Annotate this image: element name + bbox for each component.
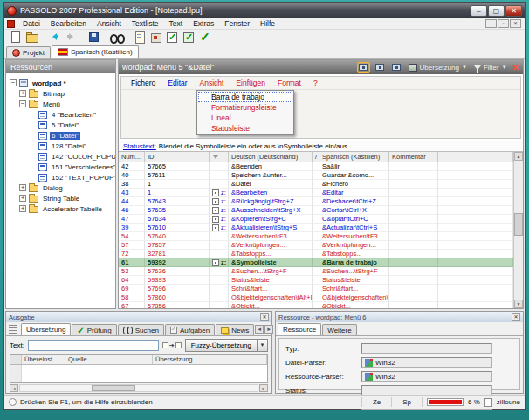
id-cell[interactable]: 1 [145,180,210,189]
scroll-right-icon[interactable]: ► [259,384,268,392]
target-cell[interactable]: Status&leiste [319,276,389,285]
comment-cell[interactable] [389,215,438,224]
row-number-cell[interactable]: 46 [119,206,145,215]
output-tab-ubersetzung[interactable]: Übersetzung [21,323,71,335]
target-cell[interactable]: &Objekt... [319,302,389,308]
target-cell[interactable]: &Editar [319,189,389,197]
id-cell[interactable]: 57665 [145,162,210,171]
menubar-item-datei[interactable]: Datei [17,19,45,28]
mdi-minimize-icon[interactable]: – [485,19,497,28]
id-cell[interactable]: 57857 [145,241,210,250]
state-cell[interactable] [210,293,229,302]
slash-cell[interactable] [313,258,319,267]
column-header-id[interactable]: ID [145,152,210,162]
translation-row[interactable]: 4757634z:&Kopieren\tStrg+CC&opiar\tCtrl+… [119,215,513,224]
fuzzy-column-quelle[interactable]: Quelle [65,355,153,364]
target-cell[interactable]: O&bjekteigenschaften\tAlt+Ein [319,293,389,302]
source-window-icon[interactable] [374,62,387,73]
transfer-icon[interactable]: ➔ [162,342,182,348]
translation-row[interactable]: 3957610z:&Aktualisieren\tStrg+S&Actualiz… [119,224,513,232]
comment-cell[interactable] [389,258,438,267]
tree-item-142-color-popup[interactable]: 142 "COLOR_POPUP" [7,151,114,162]
slash-cell[interactable] [313,162,319,171]
comment-cell[interactable] [389,285,438,293]
export-button[interactable] [148,31,163,45]
comment-cell[interactable] [389,293,438,302]
resource-field-value[interactable]: Win32 [361,357,492,368]
state-cell[interactable]: z: [210,206,229,215]
slash-cell[interactable] [313,206,319,215]
tree-item-5-datei[interactable]: 5 "Datei" [7,120,114,130]
id-cell[interactable]: 57635 [145,206,210,215]
doc-tab-spanisch-kastilien[interactable]: Spanisch (Kastilien) [52,45,139,58]
translation-row[interactable]: 431z:&Bearbeiten&Editar [119,189,513,197]
slash-cell[interactable] [313,197,319,206]
resource-field-value[interactable] [361,343,492,354]
output-tab-aufgaben[interactable]: Aufgaben [165,324,215,335]
column-header-state[interactable] [210,152,229,162]
translation-row[interactable]: 6757856&Objekt...&Objekt... [119,302,513,308]
comment-cell[interactable] [389,171,438,180]
tree-item-128-datei[interactable]: 128 "Datei" [7,141,114,151]
state-cell[interactable] [210,180,229,189]
row-number-cell[interactable]: 57 [119,241,145,250]
tree-item-wordpad[interactable]: −wordpad * [7,78,114,88]
preview-toggle-icon[interactable] [357,62,370,73]
target-cell[interactable]: Guardar &como... [319,171,389,180]
doc-tab-projekt[interactable]: Projekt [6,46,51,58]
tree-item-menu[interactable]: −Menü [7,99,114,109]
expand-icon[interactable]: + [19,184,26,191]
target-cell[interactable]: &Deshacer\tCtrl+Z [319,197,389,206]
id-cell[interactable]: 57860 [145,293,210,302]
slash-cell[interactable] [313,189,319,197]
collapse-icon[interactable]: − [10,79,17,86]
back-button[interactable] [47,31,62,45]
fuzzy-translate-button[interactable]: Fuzzy-Übersetzung [185,339,258,352]
id-cell[interactable]: 57643 [145,197,210,206]
row-number-cell[interactable]: 42 [119,162,145,171]
source-cell[interactable]: &Suchen...\tStrg+F [229,267,313,276]
target-cell[interactable]: C&opiar\tCtrl+C [319,215,389,224]
id-cell[interactable]: 32781 [145,250,210,258]
tree-item-152-text-popup[interactable]: 152 "TEXT_POPUP" [7,172,114,182]
slash-cell[interactable] [313,180,319,189]
state-cell[interactable] [210,171,229,180]
slash-cell[interactable] [313,215,319,224]
tree-item-6-datei[interactable]: 6 "Datei" [7,130,114,141]
target-cell[interactable]: &Cortar\tCtrl+X [319,206,389,215]
scroll-left-icon[interactable]: ◄ [10,384,18,392]
preview-menu-fichero[interactable]: Fichero [125,79,161,87]
state-cell[interactable]: z: [210,197,229,206]
source-cell[interactable]: O&bjekteigenschaften\tAlt+Ein [229,293,313,302]
source-cell[interactable]: Status&leiste [229,276,313,285]
translation-row[interactable]: 5757857&Verknüpfungen...&Verknüpfungen..… [119,241,513,250]
column-header-kommentar[interactable]: Kommentar [389,152,438,162]
tab-scroll-right-icon[interactable]: ► [264,325,273,334]
tree-item-string-table[interactable]: +String Table [7,193,114,203]
preview-menu-ansicht[interactable]: Ansicht [194,79,230,87]
preview-menu-item[interactable]: ? [307,79,324,87]
source-cell[interactable]: &Aktualisieren\tStrg+S [229,224,313,232]
source-cell[interactable]: Schri&ftart... [229,285,313,293]
hscroll-thumb[interactable] [92,385,135,391]
menubar-item-extras[interactable]: Extras [188,19,219,28]
state-cell[interactable] [210,285,229,293]
output-tab-suchen[interactable]: Suchen [118,324,164,335]
hscroll-track[interactable] [19,384,258,392]
row-number-cell[interactable]: 61 [119,258,145,267]
menubar-item-ansicht[interactable]: Ansicht [92,19,127,28]
source-cell[interactable]: &Objekt... [229,302,313,308]
fuzzy-column-ubereinst[interactable]: Übereinst. [22,355,65,364]
row-number-cell[interactable]: 64 [119,276,145,285]
expand-icon[interactable]: + [19,205,26,212]
translation-row[interactable]: 5457640&Weitersuchen\tF3&Weitersuchen\tF… [119,232,513,241]
translation-row[interactable]: 7232781&Tabstopps...&Tabstopps... [119,250,513,258]
id-cell[interactable]: 57611 [145,171,210,180]
slash-cell[interactable] [313,171,319,180]
clear-filter-icon[interactable]: ✕ [512,63,519,72]
column-header-spanisch-kastilien[interactable]: Spanisch (Kastilien) [319,152,389,162]
source-cell[interactable]: &Tabstopps... [229,250,313,258]
horizontal-scrollbar[interactable]: ◄ ► [6,383,271,393]
state-cell[interactable] [210,302,229,308]
tab-scroll-left-icon[interactable]: ◄ [255,325,264,334]
